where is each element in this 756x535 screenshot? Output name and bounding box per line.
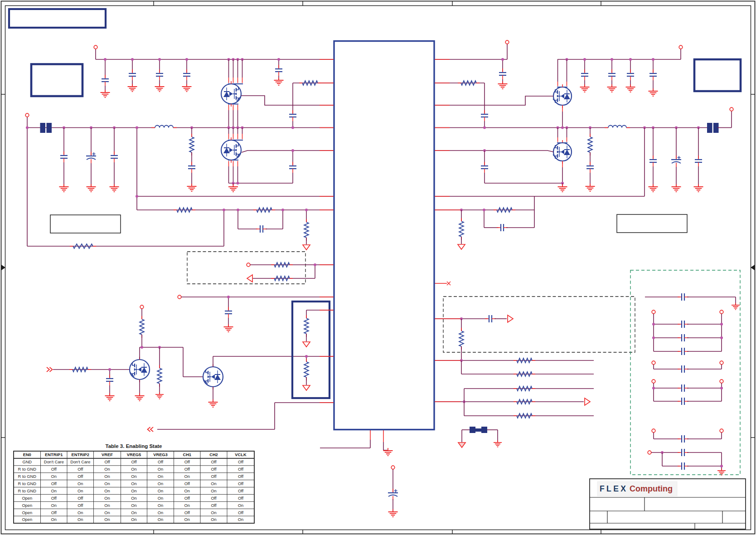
svg-text:On: On xyxy=(131,474,136,479)
svg-text:Off: Off xyxy=(184,511,190,515)
svg-text:On: On xyxy=(131,489,136,493)
svg-text:On: On xyxy=(104,503,110,508)
svg-text:On: On xyxy=(51,489,57,493)
svg-text:On: On xyxy=(158,517,163,522)
svg-text:Don't Care: Don't Care xyxy=(44,460,64,464)
svg-text:ENTRIP1: ENTRIP1 xyxy=(45,452,63,457)
svg-text:On: On xyxy=(78,517,83,522)
svg-text:Off: Off xyxy=(238,482,244,486)
svg-text:Off: Off xyxy=(238,460,244,464)
svg-text:Table 3. Enabling State: Table 3. Enabling State xyxy=(105,443,162,449)
svg-text:On: On xyxy=(158,489,163,493)
svg-text:GND: GND xyxy=(22,460,32,464)
svg-text:Off: Off xyxy=(184,496,190,501)
svg-text:On: On xyxy=(131,517,136,522)
svg-text:Off: Off xyxy=(238,511,244,515)
svg-text:Off: Off xyxy=(78,503,83,508)
svg-text:VREG5: VREG5 xyxy=(127,452,141,457)
svg-text:R to GND: R to GND xyxy=(18,474,37,479)
svg-text:On: On xyxy=(104,467,110,472)
svg-text:Off: Off xyxy=(184,482,190,486)
svg-text:CH2: CH2 xyxy=(209,452,218,457)
svg-text:On: On xyxy=(78,489,83,493)
svg-text:On: On xyxy=(131,511,136,515)
svg-text:On: On xyxy=(78,511,83,515)
svg-text:VCLK: VCLK xyxy=(235,452,247,457)
svg-text:Off: Off xyxy=(211,474,217,479)
svg-text:Off: Off xyxy=(158,460,164,464)
svg-text:On: On xyxy=(158,503,163,508)
svg-text:Off: Off xyxy=(78,467,83,472)
svg-text:On: On xyxy=(211,517,216,522)
svg-text:R to GND: R to GND xyxy=(18,482,37,486)
svg-text:Off: Off xyxy=(78,496,83,501)
svg-text:On: On xyxy=(104,482,110,486)
svg-text:ENTRIP2: ENTRIP2 xyxy=(72,452,89,457)
svg-text:On: On xyxy=(131,503,136,508)
svg-text:R to GND: R to GND xyxy=(18,489,37,493)
svg-text:Open: Open xyxy=(22,511,32,515)
svg-text:Off: Off xyxy=(51,482,57,486)
svg-text:Off: Off xyxy=(51,511,57,515)
svg-text:Off: Off xyxy=(78,474,83,479)
svg-text:On: On xyxy=(158,496,163,501)
svg-text:Open: Open xyxy=(22,503,32,508)
svg-text:Off: Off xyxy=(211,503,217,508)
svg-text:Don't Care: Don't Care xyxy=(70,460,90,464)
svg-text:On: On xyxy=(104,474,110,479)
svg-text:Off: Off xyxy=(238,489,244,493)
svg-text:On: On xyxy=(51,517,57,522)
svg-text:On: On xyxy=(211,482,216,486)
svg-text:Off: Off xyxy=(238,467,244,472)
svg-text:On: On xyxy=(51,503,57,508)
svg-text:On: On xyxy=(211,489,216,493)
svg-text:On: On xyxy=(51,474,57,479)
svg-text:Off: Off xyxy=(211,496,217,501)
svg-text:Open: Open xyxy=(22,517,32,522)
svg-text:Off: Off xyxy=(51,467,57,472)
svg-text:Off: Off xyxy=(131,460,137,464)
svg-text:On: On xyxy=(158,474,163,479)
svg-text:VREF: VREF xyxy=(102,452,113,457)
svg-text:EN0: EN0 xyxy=(23,452,31,457)
svg-text:On: On xyxy=(78,482,83,486)
svg-text:On: On xyxy=(158,467,163,472)
svg-text:Off: Off xyxy=(51,496,57,501)
svg-text:On: On xyxy=(131,482,136,486)
svg-text:R to GND: R to GND xyxy=(18,467,37,472)
svg-text:On: On xyxy=(131,467,136,472)
svg-text:Off: Off xyxy=(211,467,217,472)
svg-text:Computing: Computing xyxy=(630,484,673,493)
svg-text:Off: Off xyxy=(211,460,217,464)
svg-text:Off: Off xyxy=(184,460,190,464)
svg-text:On: On xyxy=(158,482,163,486)
svg-text:On: On xyxy=(158,511,163,515)
svg-text:Off: Off xyxy=(238,496,244,501)
svg-text:On: On xyxy=(184,474,190,479)
svg-text:VREG3: VREG3 xyxy=(153,452,168,457)
svg-text:Off: Off xyxy=(238,474,244,479)
svg-text:On: On xyxy=(238,503,243,508)
svg-text:On: On xyxy=(238,517,243,522)
svg-text:Off: Off xyxy=(184,467,190,472)
svg-text:On: On xyxy=(104,496,110,501)
svg-text:On: On xyxy=(131,496,136,501)
svg-text:Open: Open xyxy=(22,496,32,501)
svg-text:On: On xyxy=(184,517,190,522)
svg-text:Off: Off xyxy=(104,460,110,464)
svg-text:On: On xyxy=(104,489,110,493)
svg-text:On: On xyxy=(211,511,216,515)
svg-text:CH1: CH1 xyxy=(183,452,191,457)
svg-text:FLEX: FLEX xyxy=(600,484,628,493)
svg-text:On: On xyxy=(184,489,190,493)
svg-text:On: On xyxy=(184,503,190,508)
svg-text:On: On xyxy=(104,511,110,515)
svg-text:On: On xyxy=(104,517,110,522)
